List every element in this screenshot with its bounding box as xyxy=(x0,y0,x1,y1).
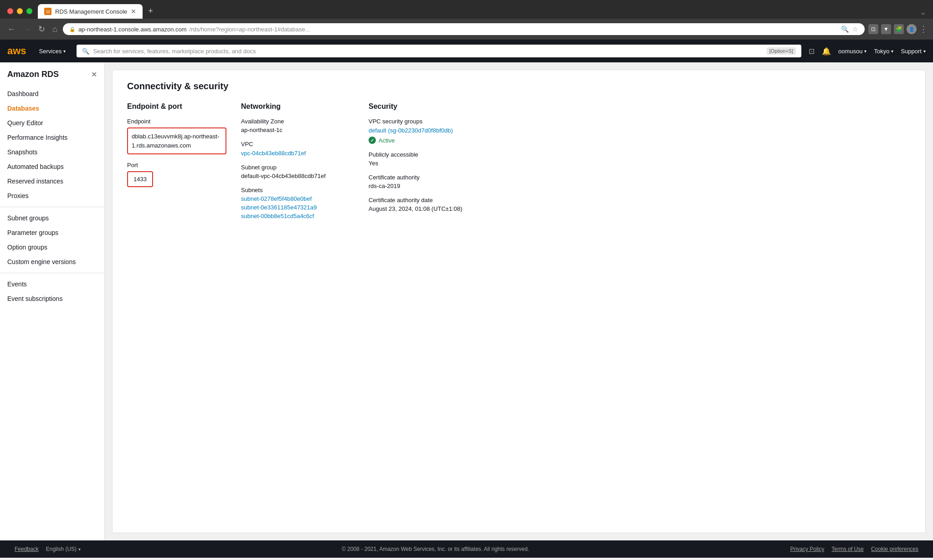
header-region-menu[interactable]: Tokyo ▾ xyxy=(874,48,893,55)
networking-heading: Networking xyxy=(241,102,354,111)
section-title: Connectivity & security xyxy=(127,81,911,92)
ext-icon-2[interactable]: ▼ xyxy=(881,24,891,34)
vpc-sg-label: VPC security groups xyxy=(369,118,505,125)
new-tab-button[interactable]: + xyxy=(143,4,159,19)
feedback-link[interactable]: Feedback xyxy=(15,546,39,552)
subnet1-link[interactable]: subnet-0278ef5f4b80e0bef xyxy=(241,195,354,202)
minimize-button-tl[interactable] xyxy=(17,8,23,14)
content-area: Connectivity & security Endpoint & port … xyxy=(112,70,926,533)
cert-authority-value: rds-ca-2019 xyxy=(369,183,505,189)
header-user-menu[interactable]: oomusou ▾ xyxy=(838,48,866,55)
ext-icon-3[interactable]: 🧩 xyxy=(894,24,904,34)
user-label: oomusou xyxy=(838,48,862,55)
subnet3-link[interactable]: subnet-00bb8e51cd5a4c6cf xyxy=(241,213,354,219)
footer-center: © 2008 - 2021, Amazon Web Services, Inc.… xyxy=(88,546,783,552)
extension-icons: ⊡ ▼ 🧩 👤 ⋮ xyxy=(868,24,928,34)
aws-search-bar[interactable]: 🔍 Search for services, features, marketp… xyxy=(77,45,801,57)
sidebar-item-custom-engine-versions[interactable]: Custom engine versions xyxy=(0,255,104,269)
header-bell-icon[interactable]: 🔔 xyxy=(822,47,831,56)
main-layout: Amazon RDS ✕ Dashboard Databases Query E… xyxy=(0,62,933,540)
active-label: Active xyxy=(379,137,395,144)
lang-chevron-icon: ▾ xyxy=(78,547,81,552)
sidebar-item-subnet-groups[interactable]: Subnet groups xyxy=(0,211,104,225)
support-label: Support xyxy=(901,48,922,55)
more-options-button[interactable]: ⋮ xyxy=(919,24,928,34)
tab-favicon: 🗂 xyxy=(44,8,51,15)
content-inner: Connectivity & security Endpoint & port … xyxy=(113,70,925,230)
sidebar-divider-1 xyxy=(0,207,104,207)
lang-label: English (US) xyxy=(46,546,77,552)
url-path: /rds/home?region=ap-northeast-1#database… xyxy=(190,26,310,33)
maximize-button-tl[interactable] xyxy=(26,8,32,14)
more-tabs-button[interactable]: ⌵ xyxy=(918,6,928,19)
home-button[interactable]: ⌂ xyxy=(51,23,59,36)
vpc-sg-link[interactable]: default (sg-0b2230d7d0f8bf0db) xyxy=(369,127,453,134)
browser-tabs: 🗂 RDS Management Console ✕ + ⌵ xyxy=(38,4,928,19)
cert-authority-label: Certificate authority xyxy=(369,174,505,181)
endpoint-port-heading: Endpoint & port xyxy=(127,102,226,111)
sidebar-item-reserved-instances[interactable]: Reserved instances xyxy=(0,174,104,188)
browser-toolbar: ← → ↻ ⌂ 🔒 ap-northeast-1.console.aws.ama… xyxy=(0,19,933,40)
sidebar-item-events[interactable]: Events xyxy=(0,277,104,291)
privacy-policy-link[interactable]: Privacy Policy xyxy=(790,546,825,552)
sidebar-item-query-editor[interactable]: Query Editor xyxy=(0,116,104,130)
security-heading: Security xyxy=(369,102,505,111)
footer: Feedback English (US) ▾ © 2008 - 2021, A… xyxy=(0,540,933,558)
cert-authority-date-value: August 23, 2024, 01:08 (UTC±1:08) xyxy=(369,205,505,212)
sidebar-item-option-groups[interactable]: Option groups xyxy=(0,240,104,255)
cookie-preferences-link[interactable]: Cookie preferences xyxy=(871,546,918,552)
terms-of-use-link[interactable]: Terms of Use xyxy=(831,546,864,552)
cert-authority-date-label: Certificate authority date xyxy=(369,197,505,204)
refresh-button[interactable]: ↻ xyxy=(36,22,47,36)
header-console-icon[interactable]: ⊡ xyxy=(809,47,815,56)
tab-close-icon[interactable]: ✕ xyxy=(131,8,136,15)
browser-chrome: 🗂 RDS Management Console ✕ + ⌵ xyxy=(0,0,933,19)
security-column: Security VPC security groups default (sg… xyxy=(369,102,505,219)
language-selector[interactable]: English (US) ▾ xyxy=(46,546,81,552)
endpoint-value-box: dblab.c13euvvmk8j.ap-northeast-1.rds.ama… xyxy=(127,127,226,154)
sidebar-item-performance-insights[interactable]: Performance Insights xyxy=(0,130,104,145)
vpc-link[interactable]: vpc-04cb43eb88cdb71ef xyxy=(241,150,306,157)
lock-icon: 🔒 xyxy=(69,26,76,32)
sidebar-item-dashboard[interactable]: Dashboard xyxy=(0,87,104,101)
port-value-box: 1433 xyxy=(127,171,153,187)
sidebar-item-proxies[interactable]: Proxies xyxy=(0,188,104,203)
endpoint-value: dblab.c13euvvmk8j.ap-northeast-1.rds.ama… xyxy=(132,133,219,149)
port-label: Port xyxy=(127,162,226,168)
sidebar-divider-2 xyxy=(0,273,104,273)
sidebar-item-databases[interactable]: Databases xyxy=(0,101,104,116)
sidebar-item-event-subscriptions[interactable]: Event subscriptions xyxy=(0,291,104,306)
aws-header: aws Services ▾ 🔍 Search for services, fe… xyxy=(0,40,933,62)
endpoint-port-column: Endpoint & port Endpoint dblab.c13euvvmk… xyxy=(127,102,241,219)
vpc-sg-value: default (sg-0b2230d7d0f8bf0db) xyxy=(369,127,505,134)
support-chevron-icon: ▾ xyxy=(923,49,926,54)
forward-button[interactable]: → xyxy=(21,23,33,36)
subnet-group-label: Subnet group xyxy=(241,164,354,171)
header-support-menu[interactable]: Support ▾ xyxy=(901,48,926,55)
region-label: Tokyo xyxy=(874,48,889,55)
sidebar-item-parameter-groups[interactable]: Parameter groups xyxy=(0,225,104,240)
copyright-text: © 2008 - 2021, Amazon Web Services, Inc.… xyxy=(342,546,529,552)
sidebar-header: Amazon RDS ✕ xyxy=(0,70,104,87)
active-dot-icon: ✓ xyxy=(369,137,376,144)
vpc-label: VPC xyxy=(241,141,354,148)
active-tab[interactable]: 🗂 RDS Management Console ✕ xyxy=(38,4,143,19)
active-badge: ✓ Active xyxy=(369,137,505,144)
footer-left: Feedback English (US) ▾ xyxy=(15,546,81,552)
footer-right: Privacy Policy Terms of Use Cookie prefe… xyxy=(790,546,918,552)
bookmark-icon[interactable]: ☆ xyxy=(852,25,858,33)
sidebar-item-snapshots[interactable]: Snapshots xyxy=(0,145,104,159)
subnets-label: Subnets xyxy=(241,187,354,193)
subnet2-link[interactable]: subnet-0e3361185e47321a9 xyxy=(241,204,354,211)
user-avatar[interactable]: 👤 xyxy=(907,24,917,34)
close-button-tl[interactable] xyxy=(7,8,13,14)
search-icon: 🔍 xyxy=(82,48,89,55)
sidebar-close-icon[interactable]: ✕ xyxy=(91,70,97,79)
ext-icon-1[interactable]: ⊡ xyxy=(868,24,878,34)
back-button[interactable]: ← xyxy=(5,23,17,36)
tab-title: RDS Management Console xyxy=(55,8,127,15)
services-menu-button[interactable]: Services ▾ xyxy=(36,46,70,56)
search-url-icon[interactable]: 🔍 xyxy=(841,25,849,33)
address-bar[interactable]: 🔒 ap-northeast-1.console.aws.amazon.com … xyxy=(63,23,865,35)
sidebar-item-automated-backups[interactable]: Automated backups xyxy=(0,159,104,174)
